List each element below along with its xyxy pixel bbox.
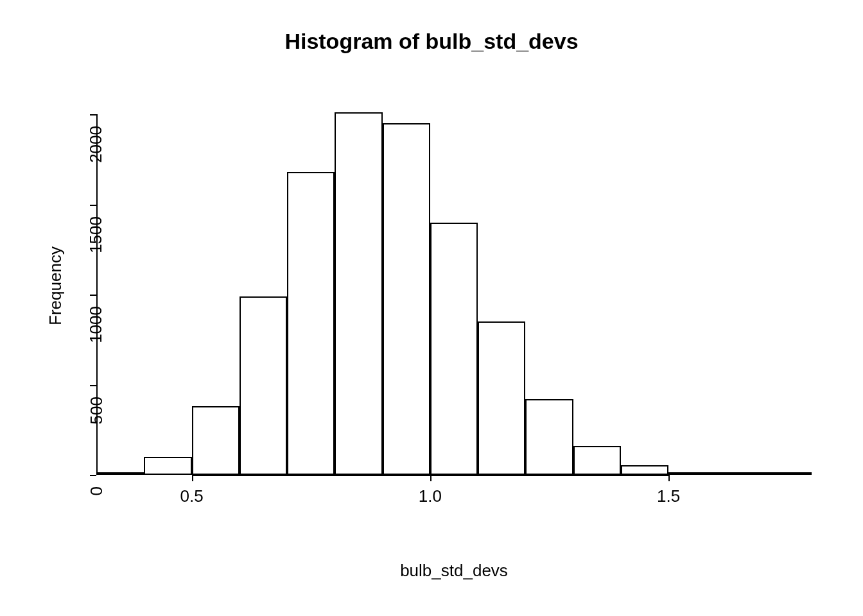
x-axis-tick-label: 0.5 <box>180 486 203 506</box>
x-axis: 0.51.01.5 <box>96 475 812 494</box>
histogram-bar <box>335 112 382 475</box>
y-axis-tick-label: 1500 <box>87 205 107 253</box>
chart-title: Histogram of bulb_std_devs <box>0 29 863 54</box>
y-axis-tick-label: 1000 <box>87 295 107 343</box>
histogram-bar <box>525 399 573 475</box>
histogram-bar <box>192 406 240 475</box>
histogram-bar <box>478 321 525 475</box>
histogram-bar <box>573 446 621 475</box>
y-axis-tick-label: 2000 <box>87 114 107 163</box>
histogram-bar <box>144 457 191 475</box>
histogram-bar <box>240 296 287 475</box>
x-axis-tick <box>668 475 670 481</box>
x-axis-tick <box>430 475 432 481</box>
histogram-chart: Histogram of bulb_std_devs Frequency 0.5… <box>0 0 863 616</box>
x-axis-tick-label: 1.5 <box>657 486 680 506</box>
bars-container <box>96 96 812 475</box>
x-axis-tick <box>192 475 193 481</box>
y-axis-label: Frequency <box>16 96 95 475</box>
histogram-bar <box>383 123 430 475</box>
histogram-bar <box>621 465 668 475</box>
histogram-bar <box>430 223 478 475</box>
y-axis-tick-label: 0 <box>87 475 107 495</box>
plot-area: 0.51.01.5 0500100015002000 <box>96 96 812 475</box>
x-axis-label: bulb_std_devs <box>96 561 812 581</box>
histogram-bar <box>287 172 335 475</box>
y-axis-tick-label: 500 <box>87 385 107 424</box>
x-axis-tick-label: 1.0 <box>419 486 442 506</box>
